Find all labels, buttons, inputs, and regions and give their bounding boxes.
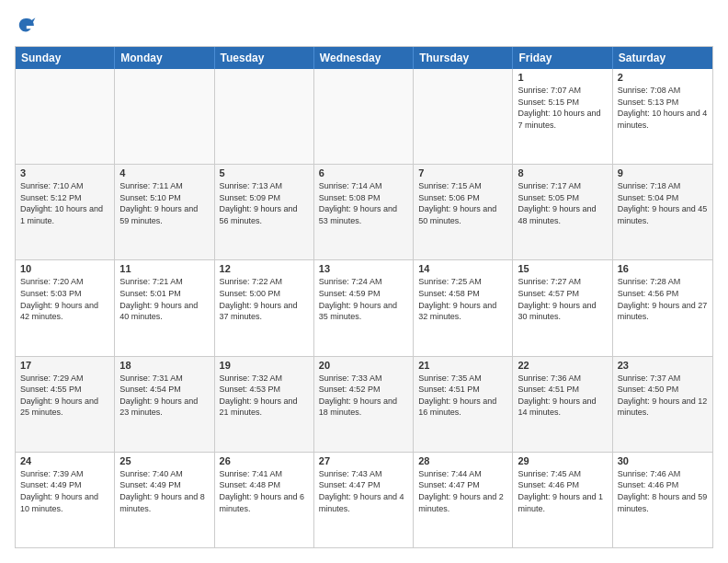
day-number: 22 [518, 360, 607, 371]
day-info: Sunrise: 7:25 AM Sunset: 4:58 PM Dayligh… [418, 276, 507, 322]
day-number: 23 [618, 360, 708, 371]
day-info: Sunrise: 7:13 AM Sunset: 5:09 PM Dayligh… [220, 180, 309, 226]
day-number: 9 [618, 167, 708, 178]
day-number: 20 [319, 360, 408, 371]
day-number: 3 [20, 167, 109, 178]
day-info: Sunrise: 7:31 AM Sunset: 4:54 PM Dayligh… [119, 373, 209, 419]
weekday-header-tuesday: Tuesday [215, 47, 314, 69]
day-number: 17 [20, 360, 109, 371]
day-info: Sunrise: 7:20 AM Sunset: 5:03 PM Dayligh… [20, 276, 109, 322]
day-number: 30 [618, 455, 708, 466]
calendar-cell-24: 24Sunrise: 7:39 AM Sunset: 4:49 PM Dayli… [16, 453, 115, 547]
day-info: Sunrise: 7:17 AM Sunset: 5:05 PM Dayligh… [518, 180, 607, 226]
calendar-body: 1Sunrise: 7:07 AM Sunset: 5:15 PM Daylig… [16, 69, 712, 547]
day-info: Sunrise: 7:45 AM Sunset: 4:46 PM Dayligh… [518, 468, 607, 514]
calendar-cell-26: 26Sunrise: 7:41 AM Sunset: 4:48 PM Dayli… [215, 453, 314, 547]
day-number: 25 [119, 455, 209, 466]
calendar-cell-5: 5Sunrise: 7:13 AM Sunset: 5:09 PM Daylig… [215, 165, 314, 259]
calendar-cell-2: 2Sunrise: 7:08 AM Sunset: 5:13 PM Daylig… [613, 69, 712, 164]
calendar-cell-7: 7Sunrise: 7:15 AM Sunset: 5:06 PM Daylig… [414, 165, 513, 259]
day-info: Sunrise: 7:27 AM Sunset: 4:57 PM Dayligh… [518, 276, 607, 322]
page-header [15, 15, 713, 37]
day-number: 10 [20, 263, 109, 274]
calendar-cell-11: 11Sunrise: 7:21 AM Sunset: 5:01 PM Dayli… [115, 260, 214, 355]
day-number: 5 [220, 167, 309, 178]
logo [15, 15, 40, 37]
weekday-header-friday: Friday [513, 47, 612, 69]
day-info: Sunrise: 7:37 AM Sunset: 4:50 PM Dayligh… [618, 373, 708, 419]
day-number: 19 [220, 360, 309, 371]
weekday-header-thursday: Thursday [414, 47, 513, 69]
calendar-cell-8: 8Sunrise: 7:17 AM Sunset: 5:05 PM Daylig… [513, 165, 612, 259]
calendar-cell-empty-0-3 [314, 69, 414, 164]
calendar-cell-15: 15Sunrise: 7:27 AM Sunset: 4:57 PM Dayli… [513, 260, 612, 355]
weekday-header-wednesday: Wednesday [314, 47, 414, 69]
weekday-header-sunday: Sunday [16, 47, 115, 69]
calendar-cell-4: 4Sunrise: 7:11 AM Sunset: 5:10 PM Daylig… [115, 165, 214, 259]
calendar-cell-21: 21Sunrise: 7:35 AM Sunset: 4:51 PM Dayli… [414, 357, 513, 452]
calendar-row-1: 3Sunrise: 7:10 AM Sunset: 5:12 PM Daylig… [16, 164, 712, 259]
calendar-row-4: 24Sunrise: 7:39 AM Sunset: 4:49 PM Dayli… [16, 452, 712, 547]
day-info: Sunrise: 7:46 AM Sunset: 4:46 PM Dayligh… [618, 468, 708, 514]
calendar-row-2: 10Sunrise: 7:20 AM Sunset: 5:03 PM Dayli… [16, 259, 712, 355]
calendar-cell-20: 20Sunrise: 7:33 AM Sunset: 4:52 PM Dayli… [314, 357, 414, 452]
day-number: 15 [518, 263, 607, 274]
day-number: 11 [119, 263, 209, 274]
calendar-cell-17: 17Sunrise: 7:29 AM Sunset: 4:55 PM Dayli… [16, 357, 115, 452]
day-number: 4 [119, 167, 209, 178]
calendar-cell-22: 22Sunrise: 7:36 AM Sunset: 4:51 PM Dayli… [513, 357, 612, 452]
day-info: Sunrise: 7:33 AM Sunset: 4:52 PM Dayligh… [319, 373, 408, 419]
day-info: Sunrise: 7:21 AM Sunset: 5:01 PM Dayligh… [119, 276, 209, 322]
day-number: 2 [618, 72, 708, 83]
day-number: 24 [20, 455, 109, 466]
day-info: Sunrise: 7:44 AM Sunset: 4:47 PM Dayligh… [418, 468, 507, 514]
day-info: Sunrise: 7:10 AM Sunset: 5:12 PM Dayligh… [20, 180, 109, 226]
calendar-cell-10: 10Sunrise: 7:20 AM Sunset: 5:03 PM Dayli… [16, 260, 115, 355]
day-info: Sunrise: 7:24 AM Sunset: 4:59 PM Dayligh… [319, 276, 408, 322]
calendar-cell-19: 19Sunrise: 7:32 AM Sunset: 4:53 PM Dayli… [215, 357, 314, 452]
calendar-cell-6: 6Sunrise: 7:14 AM Sunset: 5:08 PM Daylig… [314, 165, 414, 259]
logo-icon [15, 15, 37, 37]
day-info: Sunrise: 7:41 AM Sunset: 4:48 PM Dayligh… [220, 468, 309, 514]
day-number: 29 [518, 455, 607, 466]
calendar-cell-29: 29Sunrise: 7:45 AM Sunset: 4:46 PM Dayli… [513, 453, 612, 547]
day-info: Sunrise: 7:28 AM Sunset: 4:56 PM Dayligh… [618, 276, 708, 322]
calendar-cell-27: 27Sunrise: 7:43 AM Sunset: 4:47 PM Dayli… [314, 453, 414, 547]
calendar-cell-9: 9Sunrise: 7:18 AM Sunset: 5:04 PM Daylig… [613, 165, 712, 259]
day-number: 8 [518, 167, 607, 178]
calendar-row-0: 1Sunrise: 7:07 AM Sunset: 5:15 PM Daylig… [16, 69, 712, 164]
calendar-cell-empty-0-2 [215, 69, 314, 164]
day-info: Sunrise: 7:39 AM Sunset: 4:49 PM Dayligh… [20, 468, 109, 514]
day-info: Sunrise: 7:40 AM Sunset: 4:49 PM Dayligh… [119, 468, 209, 514]
calendar-cell-empty-0-4 [414, 69, 513, 164]
day-info: Sunrise: 7:35 AM Sunset: 4:51 PM Dayligh… [418, 373, 507, 419]
calendar-cell-18: 18Sunrise: 7:31 AM Sunset: 4:54 PM Dayli… [115, 357, 214, 452]
day-number: 12 [220, 263, 309, 274]
day-number: 13 [319, 263, 408, 274]
calendar-cell-3: 3Sunrise: 7:10 AM Sunset: 5:12 PM Daylig… [16, 165, 115, 259]
day-number: 14 [418, 263, 507, 274]
calendar-cell-16: 16Sunrise: 7:28 AM Sunset: 4:56 PM Dayli… [613, 260, 712, 355]
calendar-cell-empty-0-0 [16, 69, 115, 164]
calendar-cell-14: 14Sunrise: 7:25 AM Sunset: 4:58 PM Dayli… [414, 260, 513, 355]
day-number: 26 [220, 455, 309, 466]
calendar-cell-25: 25Sunrise: 7:40 AM Sunset: 4:49 PM Dayli… [115, 453, 214, 547]
day-number: 6 [319, 167, 408, 178]
calendar-cell-30: 30Sunrise: 7:46 AM Sunset: 4:46 PM Dayli… [613, 453, 712, 547]
day-number: 21 [418, 360, 507, 371]
day-info: Sunrise: 7:32 AM Sunset: 4:53 PM Dayligh… [220, 373, 309, 419]
calendar-cell-12: 12Sunrise: 7:22 AM Sunset: 5:00 PM Dayli… [215, 260, 314, 355]
calendar-cell-13: 13Sunrise: 7:24 AM Sunset: 4:59 PM Dayli… [314, 260, 414, 355]
day-info: Sunrise: 7:29 AM Sunset: 4:55 PM Dayligh… [20, 373, 109, 419]
day-info: Sunrise: 7:15 AM Sunset: 5:06 PM Dayligh… [418, 180, 507, 226]
day-number: 7 [418, 167, 507, 178]
day-info: Sunrise: 7:22 AM Sunset: 5:00 PM Dayligh… [220, 276, 309, 322]
day-number: 18 [119, 360, 209, 371]
day-info: Sunrise: 7:43 AM Sunset: 4:47 PM Dayligh… [319, 468, 408, 514]
day-info: Sunrise: 7:36 AM Sunset: 4:51 PM Dayligh… [518, 373, 607, 419]
day-number: 16 [618, 263, 708, 274]
calendar-cell-28: 28Sunrise: 7:44 AM Sunset: 4:47 PM Dayli… [414, 453, 513, 547]
calendar-cell-1: 1Sunrise: 7:07 AM Sunset: 5:15 PM Daylig… [513, 69, 612, 164]
day-info: Sunrise: 7:18 AM Sunset: 5:04 PM Dayligh… [618, 180, 708, 226]
calendar-cell-empty-0-1 [115, 69, 214, 164]
